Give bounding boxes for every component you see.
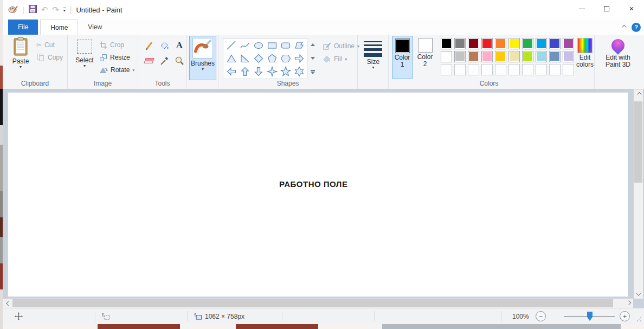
shape-five-point-star[interactable] [279, 65, 292, 78]
fill-with-color-button[interactable] [158, 39, 171, 52]
palette-swatch[interactable] [440, 37, 453, 50]
shape-right-triangle[interactable] [238, 52, 252, 65]
palette-empty-slot[interactable] [548, 63, 562, 76]
palette-swatch[interactable] [453, 37, 467, 50]
palette-swatch[interactable] [548, 50, 562, 63]
resize-button[interactable]: Resize [99, 51, 130, 63]
palette-swatch[interactable] [507, 37, 521, 50]
help-button[interactable]: ? [632, 23, 641, 32]
shape-outline-button[interactable]: Outline ▾ [323, 40, 359, 52]
shape-four-point-star[interactable] [265, 65, 279, 78]
palette-empty-slot[interactable] [467, 63, 480, 76]
pencil-tool-button[interactable] [143, 39, 156, 52]
brushes-button[interactable]: Brushes ▾ [189, 36, 216, 80]
maximize-button[interactable] [594, 0, 619, 17]
customize-qat-dropdown[interactable]: ▾ [63, 8, 66, 12]
collapse-ribbon-icon[interactable] [622, 25, 626, 29]
crop-button[interactable]: Crop [99, 39, 124, 51]
shape-curve[interactable] [238, 39, 252, 52]
tab-file[interactable]: File [8, 20, 38, 35]
palette-swatch[interactable] [562, 37, 575, 50]
color1-button[interactable]: Color 1 [392, 36, 413, 79]
rotate-button[interactable]: Rotate ▾ [99, 64, 134, 76]
undo-button[interactable]: ↶ [41, 5, 48, 15]
edit-colors-button[interactable]: Edit colors [575, 36, 595, 68]
palette-swatch[interactable] [494, 37, 507, 50]
palette-swatch[interactable] [453, 50, 467, 63]
scroll-right-button[interactable] [624, 299, 633, 308]
scroll-down-button[interactable] [634, 289, 643, 299]
shape-triangle[interactable] [224, 52, 238, 65]
horizontal-scroll-thumb[interactable] [12, 299, 613, 307]
shape-line[interactable] [224, 39, 238, 52]
minimize-button[interactable] [569, 0, 594, 17]
palette-empty-slot[interactable] [453, 63, 467, 76]
color-picker-button[interactable] [158, 54, 171, 67]
palette-swatch[interactable] [467, 50, 480, 63]
palette-swatch[interactable] [507, 50, 521, 63]
tab-home[interactable]: Home [40, 20, 78, 35]
scroll-up-button[interactable] [634, 89, 643, 99]
eraser-button[interactable] [143, 54, 156, 67]
tab-view[interactable]: View [78, 20, 112, 35]
text-tool-button[interactable]: A [173, 39, 186, 52]
shape-rounded-rectangle[interactable] [279, 39, 292, 52]
shape-hexagon[interactable] [279, 52, 292, 65]
swatch-color [563, 51, 574, 62]
palette-empty-slot[interactable] [494, 63, 507, 76]
shapes-scroll-down[interactable] [308, 51, 317, 65]
shape-diamond[interactable] [252, 52, 265, 65]
zoom-in-button[interactable]: + [620, 308, 630, 324]
edit-with-paint3d-button[interactable]: Edit with Paint 3D [599, 35, 637, 68]
palette-swatch[interactable] [521, 50, 534, 63]
palette-swatch[interactable] [480, 50, 494, 63]
magnifier-button[interactable] [173, 54, 186, 67]
select-rectangle-icon [77, 40, 92, 54]
zoom-out-button[interactable]: − [536, 308, 546, 324]
redo-button[interactable]: ↷ [52, 5, 59, 15]
palette-swatch[interactable] [494, 50, 507, 63]
shape-polygon[interactable] [292, 39, 306, 52]
shape-fill-button[interactable]: Fill ▾ [323, 53, 347, 65]
color2-button[interactable]: Color 2 [415, 36, 435, 79]
shape-up-arrow[interactable] [238, 65, 252, 78]
horizontal-scrollbar[interactable] [3, 299, 633, 308]
palette-swatch[interactable] [467, 37, 480, 50]
palette-swatch[interactable] [521, 37, 534, 50]
vertical-scrollbar[interactable] [634, 89, 643, 299]
shape-pentagon[interactable] [265, 52, 279, 65]
shape-left-arrow[interactable] [224, 65, 238, 78]
vertical-scroll-thumb[interactable] [634, 101, 642, 183]
palette-empty-slot[interactable] [480, 63, 494, 76]
drawing-canvas[interactable]: РАБОТНО ПОЛЕ [8, 92, 628, 297]
save-button[interactable] [29, 5, 37, 15]
palette-empty-slot[interactable] [534, 63, 548, 76]
shape-oval[interactable] [252, 39, 265, 52]
palette-swatch[interactable] [440, 50, 453, 63]
palette-empty-slot[interactable] [562, 63, 575, 76]
copy-button[interactable]: Copy [36, 51, 63, 63]
cursor-position-indicator [15, 308, 23, 324]
palette-empty-slot[interactable] [440, 63, 453, 76]
palette-empty-slot[interactable] [507, 63, 521, 76]
select-button[interactable]: Select ▾ [72, 37, 97, 68]
palette-swatch[interactable] [534, 37, 548, 50]
palette-swatch[interactable] [548, 37, 562, 50]
shape-down-arrow[interactable] [252, 65, 265, 78]
shape-right-arrow[interactable] [292, 52, 306, 65]
palette-swatch[interactable] [534, 50, 548, 63]
resize-grip[interactable] [636, 317, 642, 322]
palette-swatch[interactable] [480, 37, 494, 50]
shape-rectangle[interactable] [265, 39, 279, 52]
palette-swatch[interactable] [562, 50, 575, 63]
zoom-slider-thumb[interactable] [587, 312, 593, 321]
shapes-scroll-up[interactable] [308, 38, 317, 51]
palette-empty-slot[interactable] [521, 63, 534, 76]
size-button[interactable]: Size ▾ [358, 35, 389, 80]
paste-button[interactable]: Paste ▾ [8, 37, 33, 69]
cut-button[interactable]: ✂ Cut [36, 39, 55, 51]
shapes-more-button[interactable] [308, 66, 317, 79]
close-button[interactable]: × [619, 0, 644, 17]
scroll-left-button[interactable] [3, 299, 12, 308]
shape-six-point-star[interactable] [292, 65, 306, 78]
